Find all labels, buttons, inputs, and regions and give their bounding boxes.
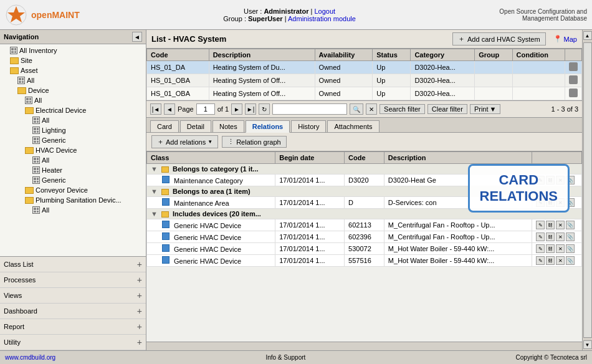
sidebar-item-all[interactable]: All	[0, 95, 146, 105]
attach-icon[interactable]: 📎	[566, 232, 575, 241]
delete-icon[interactable]: ✕	[556, 232, 565, 241]
rel-col-begin-date: Begin date	[275, 152, 345, 164]
sidebar-item-conveyor-device[interactable]: Conveyor Device	[0, 185, 146, 195]
search-clear-btn[interactable]: ✕	[366, 103, 377, 115]
next-page-btn[interactable]: ►	[231, 103, 242, 115]
folder-icon	[25, 197, 34, 204]
sidebar-item-all[interactable]: All	[0, 115, 146, 125]
edit-icon[interactable]: ✎	[536, 256, 545, 265]
link-icon[interactable]: ⛓	[546, 232, 555, 241]
delete-icon[interactable]: ✕	[556, 198, 565, 207]
relation-row[interactable]: Generic HVAC Device 17/01/2014 1... 5575…	[147, 255, 582, 267]
table-row[interactable]: HS_01_DA Heating System of Du... Owned U…	[147, 61, 582, 74]
edit-icon[interactable]: ✎	[536, 176, 545, 184]
sidebar-item-plumbing-sanitation-devic---[interactable]: Plumbing Sanitation Devic...	[0, 195, 146, 205]
sidebar-item-site[interactable]: Site	[0, 55, 146, 65]
relation-row[interactable]: Generic HVAC Device 17/01/2014 1... 6021…	[147, 219, 582, 231]
relation-graph-btn[interactable]: ⋮ Relation graph	[222, 136, 287, 148]
map-btn[interactable]: 📍 Map	[553, 35, 577, 43]
search-filter-btn[interactable]: Search filter	[380, 104, 425, 114]
add-relations-btn[interactable]: ＋ Add relations ▼	[151, 135, 218, 148]
link-icon[interactable]: ⛓	[546, 176, 555, 184]
relation-row[interactable]: Maintenance Category 17/01/2014 1... D30…	[147, 175, 582, 186]
col-code: Code	[147, 49, 209, 61]
relation-row[interactable]: Maintenance Area 17/01/2014 1... D D-Ser…	[147, 197, 582, 209]
sidebar-item-lighting[interactable]: Lighting	[0, 125, 146, 135]
link-icon[interactable]: ⛓	[546, 198, 555, 207]
attach-icon[interactable]: 📎	[566, 176, 575, 184]
attach-icon[interactable]: 📎	[566, 221, 575, 229]
sidebar-section-utility[interactable]: Utility+	[0, 335, 146, 350]
tab-card[interactable]: Card	[150, 120, 179, 132]
first-page-btn[interactable]: |◄	[150, 103, 161, 115]
tab-history[interactable]: History	[291, 120, 326, 132]
sidebar-item-electrical-device[interactable]: Electrical Device	[0, 105, 146, 115]
sidebar-item-generic[interactable]: Generic	[0, 175, 146, 185]
right-scroll-down-btn[interactable]: ▼	[583, 340, 592, 349]
sidebar-item-all[interactable]: All	[0, 75, 146, 85]
sidebar-item-all-inventory[interactable]: All Inventory	[0, 46, 146, 55]
sidebar-item-heater[interactable]: Heater	[0, 165, 146, 175]
sidebar-collapse-btn[interactable]: ◄	[132, 32, 142, 42]
sidebar-section-views[interactable]: Views+	[0, 288, 146, 304]
logout-link[interactable]: Logout	[314, 7, 335, 15]
table-row[interactable]: HS_01_OBA Heating System of Off... Owned…	[147, 74, 582, 87]
tab-detail[interactable]: Detail	[180, 120, 211, 132]
col-availability: Availability	[315, 49, 373, 61]
search-go-btn[interactable]: 🔍	[350, 103, 363, 115]
expand-icon: ▼	[151, 188, 158, 195]
website-link[interactable]: www.cmdbuild.org	[5, 354, 55, 361]
attach-icon[interactable]: 📎	[566, 256, 575, 265]
sidebar-item-all[interactable]: All	[0, 155, 146, 165]
prev-page-btn[interactable]: ◄	[164, 103, 175, 115]
link-icon[interactable]: ⛓	[546, 244, 555, 253]
edit-icon[interactable]: ✎	[536, 232, 545, 241]
right-scroll-up-btn[interactable]: ▲	[583, 31, 592, 40]
footer: www.cmdbuild.org Info & Support Copyrigh…	[0, 350, 592, 364]
link-icon[interactable]: ⛓	[546, 256, 555, 265]
sidebar-section-processes[interactable]: Processes+	[0, 272, 146, 288]
rel-group-header[interactable]: ▼ Belongs to area (1 item)	[147, 186, 582, 197]
edit-icon[interactable]: ✎	[536, 244, 545, 253]
edit-icon[interactable]: ✎	[536, 198, 545, 207]
add-card-btn[interactable]: ＋ Add card HVAC System	[452, 32, 546, 46]
refresh-btn[interactable]: ↻	[259, 103, 270, 115]
rel-group-header[interactable]: ▼ Includes devices (20 item...	[147, 209, 582, 219]
sidebar-item-hvac-device[interactable]: HVAC Device	[0, 145, 146, 155]
admin-module-link[interactable]: Administration module	[288, 15, 356, 22]
delete-icon[interactable]: ✕	[556, 244, 565, 253]
bottom-scrollbar[interactable]	[146, 342, 582, 350]
relation-row[interactable]: Generic HVAC Device 17/01/2014 1... 5300…	[147, 243, 582, 255]
sidebar-section-report[interactable]: Report+	[0, 319, 146, 335]
sidebar-section-class-list[interactable]: Class List+	[0, 257, 146, 272]
tab-relations[interactable]: Relations	[246, 120, 290, 133]
sidebar-item-device[interactable]: Device	[0, 85, 146, 95]
link-icon[interactable]: ⛓	[546, 221, 555, 229]
rel-group-header[interactable]: ▼ Belongs to category (1 it...	[147, 164, 582, 175]
attach-icon[interactable]: 📎	[566, 198, 575, 207]
data-table-container: Code Description Availability Status Cat…	[146, 49, 582, 101]
sidebar-item-asset[interactable]: Asset	[0, 65, 146, 75]
sidebar-item-all[interactable]: All	[0, 205, 146, 215]
tab-notes[interactable]: Notes	[212, 120, 244, 132]
attach-icon[interactable]: 📎	[566, 244, 575, 253]
delete-icon[interactable]: ✕	[556, 256, 565, 265]
sidebar-item-generic[interactable]: Generic	[0, 135, 146, 145]
delete-icon[interactable]: ✕	[556, 176, 565, 184]
table-row[interactable]: HS_01_OBA Heating System of Off... Owned…	[147, 87, 582, 100]
clear-filter-btn[interactable]: Clear filter	[427, 104, 467, 114]
relation-row[interactable]: Generic HVAC Device 17/01/2014 1... 6023…	[147, 231, 582, 243]
top-bar: openMAINT User : Administrator | Logout …	[0, 0, 592, 30]
search-input[interactable]	[272, 103, 347, 115]
user-area: User : Administrator | Logout Group : Su…	[223, 7, 356, 22]
sidebar-section-dashboard[interactable]: Dashboard+	[0, 304, 146, 319]
expand-icon: +	[137, 306, 142, 316]
tab-attachments[interactable]: Attachments	[327, 120, 379, 132]
print-btn[interactable]: Print ▼	[470, 104, 501, 114]
content-area: List - HVAC System ＋ Add card HVAC Syste…	[146, 30, 582, 350]
folder-icon	[10, 57, 19, 64]
delete-icon[interactable]: ✕	[556, 221, 565, 229]
page-number-input[interactable]	[196, 103, 215, 115]
last-page-btn[interactable]: ►|	[245, 103, 256, 115]
edit-icon[interactable]: ✎	[536, 221, 545, 229]
